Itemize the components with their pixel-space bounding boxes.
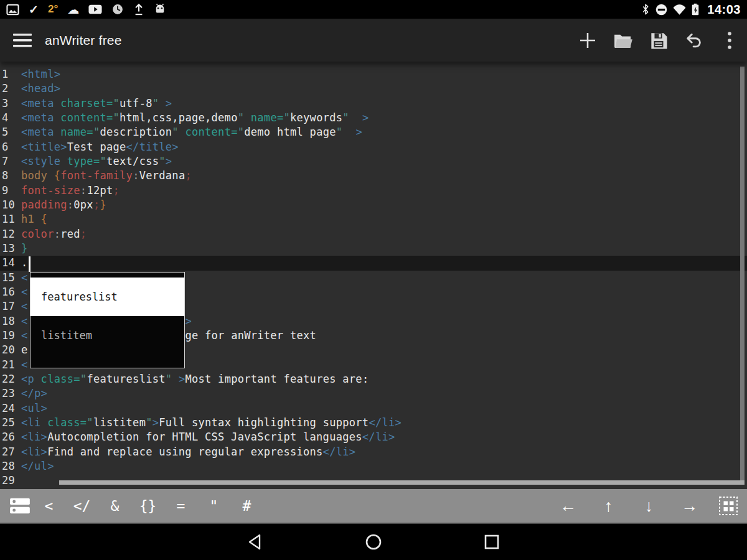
keyboard-panel-icon[interactable] <box>7 497 32 515</box>
code-line[interactable]: 11h1 { <box>0 212 747 226</box>
code-line[interactable]: 24<ul> <box>0 401 747 416</box>
code-line[interactable]: 28</ul> <box>0 459 747 474</box>
cursor-right-button[interactable]: → <box>669 497 710 516</box>
code-segment: Find and replace using regular expressio… <box>47 446 322 458</box>
autocomplete-popup: featureslist listitem <box>30 272 185 368</box>
code-segment <box>342 126 355 138</box>
vertical-scrollbar[interactable] <box>740 67 745 482</box>
code-text: <html> <box>21 68 60 80</box>
open-folder-button[interactable] <box>609 26 637 55</box>
cursor-down-button[interactable]: ↓ <box>629 497 669 516</box>
code-text: body {font-family:Verdana; <box>21 169 192 182</box>
symbol-key-hash[interactable]: # <box>230 498 263 514</box>
symbol-key-equals[interactable]: = <box>164 498 197 514</box>
back-button[interactable] <box>246 533 265 551</box>
code-line[interactable]: 26<li>Autocompletion for HTML CSS JavaSc… <box>0 430 747 444</box>
line-number: 7 <box>0 154 21 169</box>
overflow-menu-button[interactable] <box>716 26 743 55</box>
code-segment <box>172 373 179 385</box>
code-segment: } <box>21 242 28 254</box>
code-line[interactable]: 9font-size:12pt; <box>0 184 747 198</box>
symbol-key-lt[interactable]: < <box>32 498 65 514</box>
code-text: <p class="featureslist" >Most important … <box>21 373 369 385</box>
code-segment: " <box>166 373 172 385</box>
code-segment: <html> <box>21 68 60 80</box>
code-text: </ul> <box>21 460 54 472</box>
code-line[interactable]: 8body {font-family:Verdana; <box>0 169 747 183</box>
hamburger-menu-button[interactable] <box>9 27 36 54</box>
undo-button[interactable] <box>680 26 708 55</box>
code-line[interactable]: 12color:red; <box>0 227 747 241</box>
code-segment: charset= <box>60 97 113 110</box>
save-button[interactable] <box>645 26 672 55</box>
code-text: < <box>21 286 28 298</box>
symbol-key-braces[interactable]: {} <box>131 498 164 514</box>
autocomplete-item-featureslist[interactable]: featureslist <box>31 278 184 316</box>
code-text: color:red; <box>21 228 87 240</box>
code-segment: padding <box>21 198 67 211</box>
code-segment: > <box>166 97 172 110</box>
code-segment: <li> <box>21 431 47 443</box>
home-button[interactable] <box>364 533 383 551</box>
cursor-left-button[interactable]: ← <box>548 497 588 516</box>
line-number: 21 <box>0 358 21 372</box>
code-segment: Full syntax highlighting support <box>159 416 369 429</box>
code-line[interactable]: 4<meta content="html,css,page,demo" name… <box>0 111 747 125</box>
symbol-key-amp[interactable]: & <box>98 498 131 514</box>
code-segment: name= <box>60 126 93 138</box>
code-line[interactable]: 23</p> <box>0 386 747 401</box>
code-line[interactable]: 25<li class="listitem">Full syntax highl… <box>0 416 747 430</box>
code-segment: <title> <box>21 141 67 153</box>
popup-top-strip <box>31 273 184 278</box>
code-line[interactable]: 27<li>Find and replace using regular exp… <box>0 445 747 459</box>
code-segment: featureslist <box>87 373 165 385</box>
code-segment: type= <box>67 155 100 167</box>
line-number: 20 <box>0 343 21 357</box>
code-segment: </ul> <box>21 460 54 472</box>
code-editor[interactable]: 1<html>2<head>3<meta charset="utf-8" >4<… <box>0 62 747 489</box>
code-segment: Test page <box>67 141 126 153</box>
code-line[interactable]: 5<meta name="description" content="demo … <box>0 125 747 139</box>
code-segment: e <box>21 343 28 356</box>
code-segment: < <box>21 271 28 284</box>
recents-button[interactable] <box>482 533 501 551</box>
code-segment: " <box>238 111 245 124</box>
line-number: 26 <box>0 430 21 444</box>
code-line[interactable]: 3<meta charset="utf-8" > <box>0 96 747 111</box>
code-segment: content= <box>185 126 237 138</box>
code-line[interactable]: 6<title>Test page</title> <box>0 140 747 154</box>
code-segment: <li <box>21 416 47 429</box>
code-segment: < <box>21 329 28 342</box>
code-segment: <style <box>21 155 67 167</box>
code-text: < <box>21 358 28 371</box>
cursor-up-button[interactable]: ↑ <box>588 497 629 516</box>
code-line[interactable]: 14. <box>0 256 747 270</box>
line-number: 10 <box>0 198 21 212</box>
code-line[interactable]: 10padding:0px;} <box>0 198 747 212</box>
code-segment: " <box>80 373 87 385</box>
text-cursor <box>29 256 31 272</box>
horizontal-scrollbar[interactable] <box>59 480 745 485</box>
code-line[interactable]: 2<head> <box>0 82 747 96</box>
check-icon: ✓ <box>29 2 39 17</box>
new-file-button[interactable] <box>574 26 601 55</box>
code-segment: <ul> <box>21 402 47 414</box>
code-line[interactable]: 7<style type="text/css"> <box>0 154 747 169</box>
photo-icon <box>6 2 19 17</box>
bluetooth-icon <box>641 2 651 17</box>
clock-icon <box>111 2 124 17</box>
code-segment: " <box>100 155 106 167</box>
code-segment: <p <box>21 373 41 385</box>
code-line[interactable]: 13} <box>0 241 747 256</box>
code-text: </p> <box>21 387 47 399</box>
code-segment: utf-8 <box>120 97 153 110</box>
code-line[interactable]: 22<p class="featureslist" >Most importan… <box>0 372 747 386</box>
select-grid-icon[interactable] <box>717 496 740 516</box>
clock-time: 14:03 <box>707 2 741 17</box>
line-number: 1 <box>0 67 21 82</box>
code-line[interactable]: 1<html> <box>0 67 747 82</box>
line-number: 28 <box>0 459 21 474</box>
autocomplete-item-listitem[interactable]: listitem <box>31 316 184 368</box>
symbol-key-close-tag[interactable]: </ <box>65 498 98 514</box>
symbol-key-quote[interactable]: " <box>197 498 230 514</box>
